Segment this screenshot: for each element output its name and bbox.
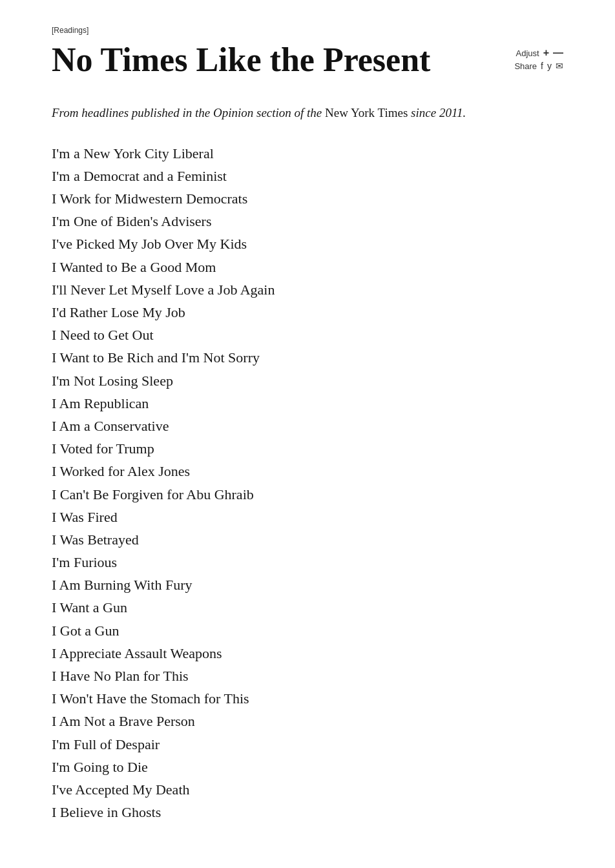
list-item: I've Accepted My Death bbox=[52, 778, 563, 801]
headlines-list: I'm a New York City LiberalI'm a Democra… bbox=[52, 142, 563, 824]
list-item: I Work for Midwestern Democrats bbox=[52, 187, 563, 210]
list-item: I Won't Have the Stomach for This bbox=[52, 687, 563, 710]
list-item: I've Picked My Job Over My Kids bbox=[52, 232, 563, 255]
list-item: I Want a Gun bbox=[52, 596, 563, 619]
list-item: I Am Burning With Fury bbox=[52, 574, 563, 596]
twitter-icon[interactable]: y bbox=[547, 61, 552, 71]
breadcrumb[interactable]: [Readings] bbox=[52, 26, 563, 35]
adjust-label: Adjust bbox=[516, 48, 539, 58]
share-label: Share bbox=[514, 61, 537, 71]
list-item: I Was Fired bbox=[52, 506, 563, 528]
list-item: I Was Betrayed bbox=[52, 528, 563, 551]
list-item: I'm a Democrat and a Feminist bbox=[52, 165, 563, 187]
list-item: I'm a New York City Liberal bbox=[52, 142, 563, 165]
list-item: I Appreciate Assault Weapons bbox=[52, 642, 563, 665]
list-item: I'm One of Biden's Advisers bbox=[52, 210, 563, 232]
list-item: I Got a Gun bbox=[52, 619, 563, 642]
list-item: I Am Not a Brave Person bbox=[52, 710, 563, 732]
font-decrease-button[interactable]: — bbox=[553, 48, 563, 58]
list-item: I Worked for Alex Jones bbox=[52, 460, 563, 482]
facebook-icon[interactable]: f bbox=[541, 61, 543, 71]
list-item: I Am Republican bbox=[52, 392, 563, 415]
list-item: I'm Going to Die bbox=[52, 756, 563, 778]
list-item: I Believe in Ghosts bbox=[52, 801, 563, 823]
list-item: I Voted for Trump bbox=[52, 437, 563, 460]
list-item: I Wanted to Be a Good Mom bbox=[52, 256, 563, 278]
email-icon[interactable]: ✉ bbox=[556, 61, 563, 71]
list-item: I Can't Be Forgiven for Abu Ghraib bbox=[52, 483, 563, 506]
list-item: I Need to Get Out bbox=[52, 324, 563, 346]
list-item: I'd Rather Lose My Job bbox=[52, 301, 563, 324]
list-item: I Have No Plan for This bbox=[52, 665, 563, 687]
list-item: I Want to Be Rich and I'm Not Sorry bbox=[52, 346, 563, 369]
font-increase-button[interactable]: + bbox=[543, 48, 549, 58]
list-item: I'm Not Losing Sleep bbox=[52, 369, 563, 392]
intro-text: From headlines published in the Opinion … bbox=[52, 104, 563, 123]
page-title: No Times Like the Present bbox=[52, 41, 514, 78]
list-item: I'll Never Let Myself Love a Job Again bbox=[52, 278, 563, 301]
list-item: I'm Furious bbox=[52, 551, 563, 574]
list-item: I'm Full of Despair bbox=[52, 733, 563, 756]
list-item: I Am a Conservative bbox=[52, 415, 563, 437]
